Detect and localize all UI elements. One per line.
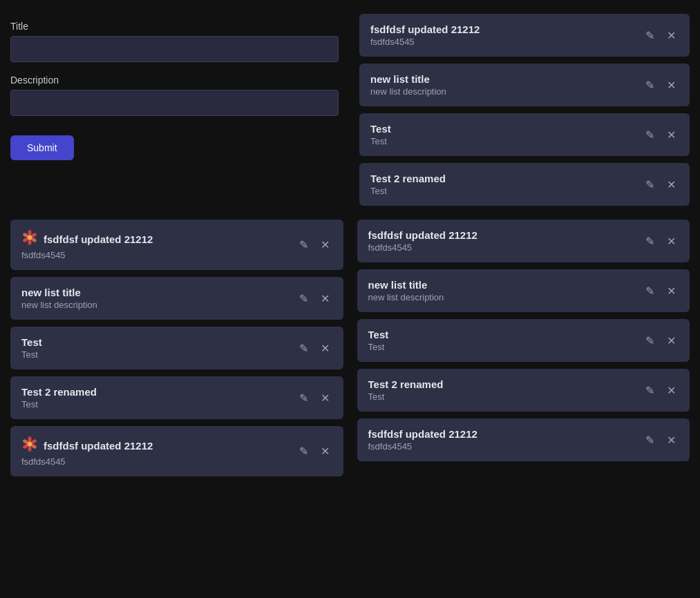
card-title: Test 2 renamed	[21, 386, 290, 398]
delete-button[interactable]: ✕	[664, 331, 679, 350]
card-title: Test	[370, 123, 636, 135]
card-description: new list description	[370, 86, 636, 97]
card-actions: ✎✕	[296, 442, 332, 461]
card-title: new list title	[368, 279, 636, 291]
delete-button[interactable]: ✕	[318, 289, 332, 308]
card-title: fsdfdsf updated 21212	[368, 428, 636, 440]
bottom-section: fsdfdsf updated 21212fsdfds4545✎✕new lis…	[0, 220, 700, 476]
card-content: new list titlenew list description	[370, 73, 636, 97]
card-actions: ✎✕	[643, 26, 679, 45]
card-actions: ✎✕	[643, 232, 679, 251]
svg-point-7	[28, 235, 32, 240]
delete-button[interactable]: ✕	[664, 282, 679, 300]
delete-button[interactable]: ✕	[664, 431, 679, 450]
delete-button[interactable]: ✕	[318, 235, 332, 254]
delete-button[interactable]: ✕	[318, 442, 332, 461]
card-description: Test	[368, 342, 636, 352]
card-title: fsdfdsf updated 21212	[44, 233, 153, 245]
card-actions: ✎✕	[643, 331, 679, 350]
card-content: Test 2 renamedTest	[21, 386, 290, 409]
list-item: TestTest✎✕	[359, 113, 690, 156]
card-description: fsdfds4545	[368, 441, 636, 452]
card-title: fsdfdsf updated 21212	[368, 229, 636, 241]
delete-button[interactable]: ✕	[664, 126, 679, 144]
edit-button[interactable]: ✎	[296, 389, 311, 407]
list-item: fsdfdsf updated 21212fsdfds4545✎✕	[359, 14, 690, 57]
edit-button[interactable]: ✎	[643, 126, 657, 144]
card-description: Test	[21, 399, 290, 409]
edit-button[interactable]: ✎	[643, 26, 657, 45]
card-actions: ✎✕	[643, 282, 679, 300]
edit-button[interactable]: ✎	[643, 175, 657, 194]
list-item: Test 2 renamedTest✎✕	[357, 369, 690, 412]
card-description: new list description	[368, 292, 636, 302]
card-title: Test	[21, 336, 290, 348]
title-input[interactable]	[10, 36, 339, 62]
card-content: new list titlenew list description	[21, 287, 290, 310]
delete-button[interactable]: ✕	[318, 339, 332, 358]
list-item: fsdfdsf updated 21212fsdfds4545✎✕	[10, 426, 343, 476]
submit-button[interactable]: Submit	[10, 135, 74, 160]
svg-point-12	[28, 446, 32, 452]
card-title: Test 2 renamed	[370, 173, 636, 184]
list-item: fsdfdsf updated 21212fsdfds4545✎✕	[357, 220, 690, 262]
bottom-left-column: fsdfdsf updated 21212fsdfds4545✎✕new lis…	[7, 220, 347, 476]
edit-button[interactable]: ✎	[643, 282, 657, 300]
card-actions: ✎✕	[643, 76, 679, 95]
card-title: fsdfdsf updated 21212	[370, 23, 636, 35]
delete-button[interactable]: ✕	[318, 389, 332, 407]
list-item: new list titlenew list description✎✕	[10, 277, 343, 320]
title-label: Title	[10, 21, 339, 32]
card-description: Test	[370, 186, 636, 196]
edit-button[interactable]: ✎	[643, 431, 657, 450]
card-content: TestTest	[21, 336, 290, 360]
card-content: fsdfdsf updated 21212fsdfds4545	[370, 23, 636, 47]
edit-button[interactable]: ✎	[643, 76, 657, 95]
card-content: TestTest	[370, 123, 636, 146]
delete-button[interactable]: ✕	[664, 175, 679, 194]
edit-button[interactable]: ✎	[296, 235, 311, 254]
card-actions: ✎✕	[296, 289, 332, 308]
card-content: new list titlenew list description	[368, 279, 636, 302]
card-title: Test	[368, 329, 636, 340]
delete-button[interactable]: ✕	[664, 76, 679, 95]
card-actions: ✎✕	[643, 431, 679, 450]
svg-point-15	[28, 442, 32, 447]
card-actions: ✎✕	[296, 235, 332, 254]
edit-button[interactable]: ✎	[296, 339, 311, 358]
flower-icon	[21, 229, 38, 250]
bottom-right-column: fsdfdsf updated 21212fsdfds4545✎✕new lis…	[354, 220, 694, 476]
edit-button[interactable]: ✎	[296, 442, 311, 461]
card-actions: ✎✕	[296, 339, 332, 358]
card-content: fsdfdsf updated 21212fsdfds4545	[21, 229, 290, 260]
card-description: fsdfds4545	[21, 456, 290, 467]
card-description: Test	[368, 392, 636, 402]
description-label: Description	[10, 75, 339, 86]
card-actions: ✎✕	[643, 126, 679, 144]
description-form-group: Description	[10, 75, 339, 116]
delete-button[interactable]: ✕	[664, 26, 679, 45]
edit-button[interactable]: ✎	[643, 232, 657, 251]
list-item: TestTest✎✕	[10, 327, 343, 369]
svg-point-4	[28, 240, 32, 245]
edit-button[interactable]: ✎	[643, 331, 657, 350]
svg-point-1	[28, 230, 32, 235]
card-content: TestTest	[368, 329, 636, 352]
card-content: fsdfdsf updated 21212fsdfds4545	[21, 436, 290, 467]
card-title: new list title	[370, 73, 636, 85]
description-input[interactable]	[10, 90, 339, 116]
list-item: fsdfdsf updated 21212fsdfds4545✎✕	[357, 418, 690, 461]
card-content: Test 2 renamedTest	[368, 378, 636, 402]
list-item: Test 2 renamedTest✎✕	[10, 376, 343, 419]
card-description: Test	[21, 349, 290, 360]
card-content: fsdfdsf updated 21212fsdfds4545	[368, 229, 636, 253]
delete-button[interactable]: ✕	[664, 381, 679, 400]
delete-button[interactable]: ✕	[664, 232, 679, 251]
flower-icon	[21, 436, 38, 456]
page-wrapper: Title Description Submit fsdfdsf updated…	[0, 0, 700, 598]
edit-button[interactable]: ✎	[296, 289, 311, 308]
list-item: new list titlenew list description✎✕	[359, 64, 690, 106]
edit-button[interactable]: ✎	[643, 381, 657, 400]
title-form-group: Title	[10, 21, 339, 62]
form-panel: Title Description Submit	[0, 0, 352, 213]
